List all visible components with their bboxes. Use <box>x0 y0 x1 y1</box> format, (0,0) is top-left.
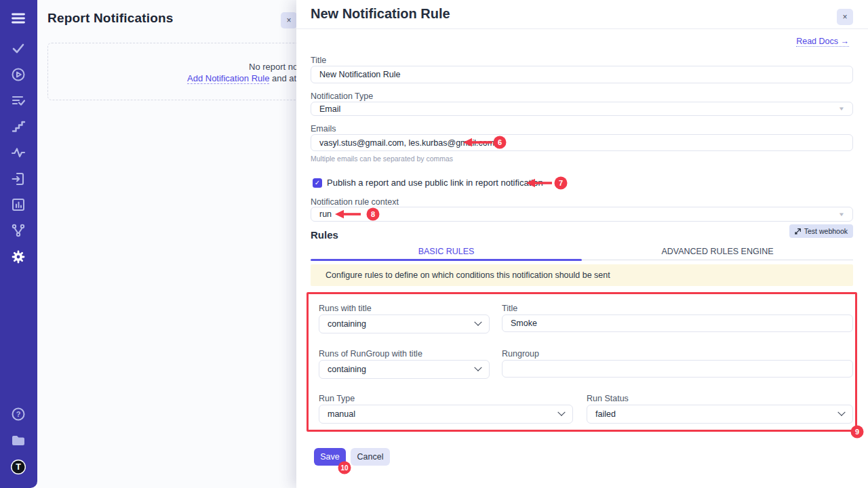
close-icon[interactable]: × <box>837 9 853 25</box>
cancel-button[interactable]: Cancel <box>351 448 390 466</box>
dialog-header: New Notification Rule × <box>296 0 868 29</box>
rules-info-text: Configure rules to define on which condi… <box>326 270 610 280</box>
rules-tabs: BASIC RULES ADVANCED RULES ENGINE <box>311 244 853 260</box>
notification-type-value: Email <box>319 104 340 114</box>
title-value: New Notification Rule <box>319 70 401 79</box>
runs-with-title-label: Runs with title <box>319 304 372 313</box>
dialog-title: New Notification Rule <box>311 6 450 22</box>
run-type-select[interactable]: manual <box>319 405 573 424</box>
svg-text:T: T <box>16 462 21 472</box>
app-sidebar: ? T <box>0 0 37 488</box>
brand-logo-icon[interactable]: T <box>10 459 26 475</box>
tab-advanced-rules-engine[interactable]: ADVANCED RULES ENGINE <box>582 244 853 260</box>
rule-title-input[interactable]: Smoke <box>502 314 853 332</box>
publish-report-checkbox-row[interactable]: ✓ Publish a report and use public link i… <box>313 178 543 188</box>
notification-type-select[interactable]: Email ▼ <box>311 102 853 116</box>
folder-icon[interactable] <box>10 432 26 449</box>
context-value: run <box>319 209 332 219</box>
emails-value: vasyl.stus@gmail.com, les.kurbas@gmail.c… <box>319 138 494 148</box>
rungroup-with-title-value: containing <box>328 365 366 374</box>
rungroup-label: Rungroup <box>502 349 539 359</box>
rungroup-input[interactable] <box>502 360 853 378</box>
notification-type-label: Notification Type <box>311 92 373 101</box>
activity-icon[interactable] <box>10 144 26 161</box>
test-webhook-label: Test webhook <box>804 227 848 235</box>
help-icon[interactable]: ? <box>10 406 26 422</box>
chevron-down-icon <box>837 409 845 416</box>
title-label: Title <box>311 56 326 65</box>
caret-down-icon: ▼ <box>838 106 845 112</box>
runs-with-title-select[interactable]: containing <box>319 314 490 333</box>
run-status-label: Run Status <box>587 394 629 403</box>
empty-state-text: No report not <box>249 62 300 72</box>
list-check-icon[interactable] <box>10 92 26 108</box>
play-circle-icon[interactable] <box>10 66 26 83</box>
checkbox-checked-icon[interactable]: ✓ <box>313 178 322 188</box>
rules-info-banner: Configure rules to define on which condi… <box>311 264 853 286</box>
emails-input[interactable]: vasyl.stus@gmail.com, les.kurbas@gmail.c… <box>311 134 853 151</box>
context-select[interactable]: run ▼ <box>311 207 853 222</box>
steps-icon[interactable] <box>10 119 26 135</box>
run-status-value: failed <box>595 409 616 419</box>
rungroup-with-title-select[interactable]: containing <box>319 360 490 379</box>
read-docs-link[interactable]: Read Docs → <box>796 37 849 47</box>
emails-helper-text: Multiple emails can be separated by comm… <box>311 155 453 163</box>
title-input[interactable]: New Notification Rule <box>311 66 853 83</box>
emails-label: Emails <box>311 124 336 134</box>
add-notification-rule-link[interactable]: Add Notification Rule <box>187 73 269 84</box>
test-webhook-button[interactable]: Test webhook <box>789 224 853 238</box>
run-type-value: manual <box>328 409 355 419</box>
rule-title-value: Smoke <box>511 319 537 328</box>
chevron-down-icon <box>474 319 481 326</box>
runs-with-title-value: containing <box>328 319 366 329</box>
bar-chart-icon[interactable] <box>10 197 26 213</box>
close-icon[interactable]: × <box>281 12 297 28</box>
rungroup-with-title-label: Runs of RunGroup with title <box>319 349 422 359</box>
empty-state-text-2: Add Notification Rule and attac <box>187 73 309 83</box>
new-notification-rule-dialog: New Notification Rule × Read Docs → Titl… <box>296 0 868 488</box>
check-icon[interactable] <box>10 40 26 56</box>
rule-title-label: Title <box>502 304 517 313</box>
caret-down-icon: ▼ <box>838 211 845 218</box>
webhook-arrows-icon <box>795 228 802 235</box>
enter-icon[interactable] <box>10 171 26 187</box>
context-label: Notification rule context <box>311 197 399 207</box>
rules-heading: Rules <box>311 229 338 241</box>
svg-text:?: ? <box>16 410 21 418</box>
menu-icon[interactable] <box>10 10 26 26</box>
panel-title: Report Notifications <box>47 11 174 26</box>
report-notifications-panel: Report Notifications × No report not Add… <box>37 0 296 488</box>
chevron-down-icon <box>557 409 565 416</box>
run-type-label: Run Type <box>319 394 355 403</box>
save-button[interactable]: Save <box>314 448 346 466</box>
chevron-down-icon <box>474 364 481 371</box>
publish-report-label: Publish a report and use public link in … <box>327 178 543 188</box>
tab-basic-rules[interactable]: BASIC RULES <box>311 244 582 260</box>
run-status-select[interactable]: failed <box>587 405 853 424</box>
settings-gear-icon[interactable] <box>10 249 26 265</box>
branch-icon[interactable] <box>10 222 26 239</box>
